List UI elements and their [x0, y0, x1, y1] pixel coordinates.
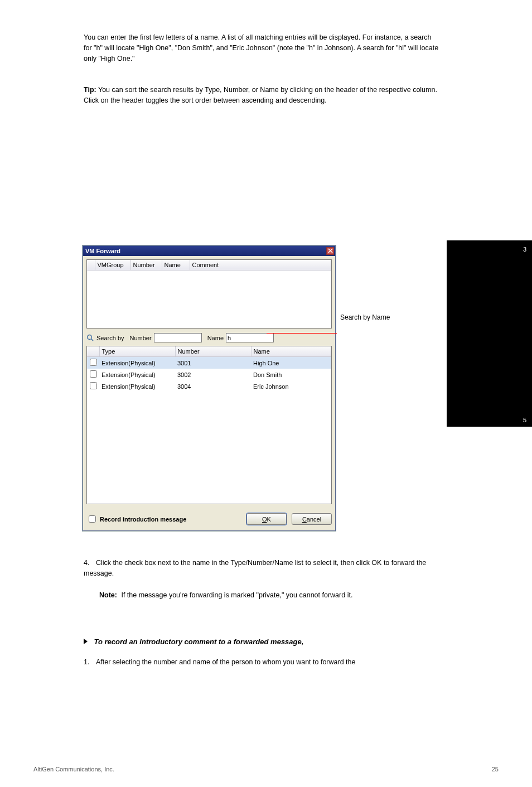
record-step-1-text: After selecting the number and name of t…: [96, 658, 356, 666]
search-name-input[interactable]: [226, 333, 274, 342]
search-results-list: Type Number Name Extension(Physical) 300…: [86, 346, 332, 504]
tab-label: Forwarding Messages: [434, 353, 441, 419]
search-number-input[interactable]: [154, 333, 202, 342]
cell-type: Extension(Physical): [99, 357, 175, 369]
search-number-label: Number: [130, 335, 152, 341]
cell-name: Eric Johnson: [251, 380, 331, 392]
search-icon: [86, 334, 94, 342]
tip-text: You can sort the search results by Type,…: [84, 86, 437, 104]
paragraph-search-explanation: You can enter the first few letters of a…: [84, 32, 441, 64]
callout-line: [267, 333, 337, 334]
paragraph-tip: Tip: You can sort the search results by …: [84, 85, 441, 106]
close-icon[interactable]: [326, 247, 334, 255]
section-tab: 3 Forwarding Messages 5: [447, 240, 532, 427]
svg-line-1: [91, 339, 94, 341]
tab-page-top: 3: [523, 246, 526, 253]
row-checkbox[interactable]: [90, 382, 97, 389]
note-text: If the message you're forwarding is mark…: [121, 591, 352, 599]
step-4-number: 4.: [84, 559, 89, 567]
record-procedure-heading: To record an introductory comment to a f…: [84, 636, 441, 648]
col-number[interactable]: Number: [175, 346, 251, 357]
search-row: Search by Number Name: [86, 333, 332, 342]
footer-right: 25: [492, 766, 499, 772]
note-label: Note:: [99, 591, 117, 599]
table-row[interactable]: Extension(Physical) 3004 Eric Johnson: [87, 380, 331, 392]
table-row[interactable]: Extension(Physical) 3001 High One: [87, 357, 331, 369]
row-checkbox[interactable]: [90, 370, 97, 378]
selected-recipients-list: VMGroup Number Name Comment: [86, 259, 332, 329]
search-name-label: Name: [207, 335, 224, 341]
cell-number: 3004: [175, 380, 251, 392]
row-checkbox[interactable]: [90, 359, 97, 366]
svg-point-0: [88, 335, 92, 339]
col-type[interactable]: Type: [99, 346, 175, 357]
record-step-1-number: 1.: [84, 658, 89, 666]
ok-button[interactable]: OOKK: [246, 513, 287, 525]
dialog-title: VM Forward: [85, 248, 120, 254]
cell-type: Extension(Physical): [99, 380, 175, 392]
cancel-button[interactable]: CancelCancel: [292, 513, 332, 525]
col-number[interactable]: Number: [130, 260, 162, 271]
step-4-text: Click the check box next to the name in …: [84, 559, 426, 577]
triangle-bullet-icon: [84, 639, 88, 644]
record-heading-text: To record an introductory comment to a f…: [94, 638, 303, 646]
col-comment[interactable]: Comment: [190, 260, 331, 271]
step-4: 4. Click the check box next to the name …: [84, 558, 441, 579]
col-check[interactable]: [87, 346, 99, 357]
vm-forward-dialog: VM Forward VMGroup Number Name Comment: [83, 245, 336, 531]
callout-label: Search by Name: [340, 312, 424, 322]
record-intro-label[interactable]: Record introduction message: [86, 514, 186, 524]
tip-label: Tip:: [84, 86, 96, 94]
cell-name: Don Smith: [251, 369, 331, 380]
tab-page-bot: 5: [523, 417, 526, 423]
dialog-titlebar: VM Forward: [83, 246, 335, 256]
col-name[interactable]: Name: [251, 346, 331, 357]
search-by-label: Search by: [96, 335, 124, 341]
col-name[interactable]: Name: [162, 260, 190, 271]
cell-number: 3002: [175, 369, 251, 380]
cell-type: Extension(Physical): [99, 369, 175, 380]
record-intro-text: Record introduction message: [100, 516, 186, 523]
footer-left: AltiGen Communications, Inc.: [33, 766, 114, 772]
cell-number: 3001: [175, 357, 251, 369]
record-step-1: 1. After selecting the number and name o…: [84, 657, 441, 668]
cell-name: High One: [251, 357, 331, 369]
col-vmgroup[interactable]: VMGroup: [95, 260, 130, 271]
note-block: Note: If the message you're forwarding i…: [99, 590, 441, 601]
col-blank[interactable]: [87, 260, 95, 271]
record-intro-checkbox[interactable]: [89, 515, 96, 523]
table-row[interactable]: Extension(Physical) 3002 Don Smith: [87, 369, 331, 380]
